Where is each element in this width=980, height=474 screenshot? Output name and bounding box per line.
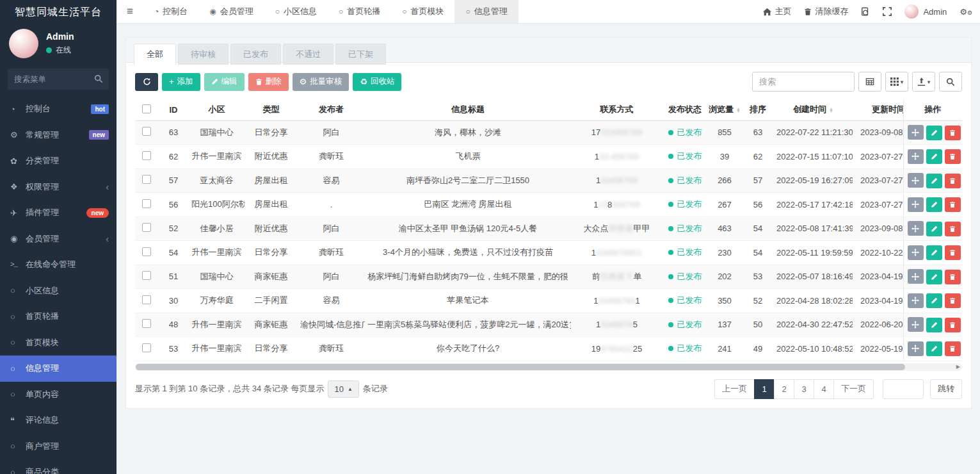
sidebar-item[interactable]: ❖权限管理‹ bbox=[0, 174, 116, 200]
edit-row-button[interactable] bbox=[926, 341, 942, 356]
filter-tab[interactable]: 已发布 bbox=[230, 44, 281, 65]
row-checkbox[interactable] bbox=[142, 151, 151, 160]
title-cell: 3-4个月的小猫咪，免费送，只不过没有打疫苗 bbox=[365, 241, 571, 265]
delete-row-button[interactable] bbox=[945, 222, 961, 236]
scrollbar-arrow-icon[interactable]: ▶ bbox=[956, 364, 960, 370]
recycle-bin-button[interactable]: ♻回收站 bbox=[353, 73, 401, 91]
topbar-tab[interactable]: ○首页模块 bbox=[391, 0, 454, 23]
profile-menu[interactable]: Admin bbox=[904, 4, 947, 19]
advanced-search-button[interactable] bbox=[939, 72, 962, 92]
topbar-tab[interactable]: ○信息管理 bbox=[454, 0, 518, 23]
edit-row-button[interactable] bbox=[926, 197, 942, 212]
sidebar-item[interactable]: ✿分类管理 bbox=[0, 148, 116, 174]
column-header[interactable]: 浏览量▲▼ bbox=[707, 99, 742, 120]
page-size-dropdown[interactable]: 10 ▲ bbox=[328, 380, 358, 398]
topbar-tab[interactable]: ◔控制台 bbox=[143, 0, 198, 23]
edit-row-button[interactable] bbox=[926, 245, 942, 260]
move-button[interactable] bbox=[908, 245, 924, 260]
delete-row-button[interactable] bbox=[945, 341, 961, 356]
scrollbar-thumb[interactable] bbox=[136, 364, 905, 370]
prev-page-button[interactable]: 上一页 bbox=[714, 379, 755, 399]
sidebar-toggle-icon[interactable]: ≡ bbox=[116, 0, 143, 23]
move-button[interactable] bbox=[908, 317, 924, 332]
sidebar-item[interactable]: ❝评论信息 bbox=[0, 407, 116, 434]
delete-row-button[interactable] bbox=[945, 149, 961, 164]
clear-cache-link[interactable]: 清除缓存 bbox=[804, 6, 848, 17]
filter-tab[interactable]: 已下架 bbox=[335, 44, 386, 65]
row-checkbox[interactable] bbox=[142, 319, 151, 328]
sidebar-item[interactable]: ○商户管理 bbox=[0, 434, 116, 460]
row-checkbox[interactable] bbox=[142, 295, 151, 304]
topbar-tab[interactable]: ○小区信息 bbox=[264, 0, 328, 23]
avatar[interactable] bbox=[9, 29, 38, 58]
columns-dropdown-button[interactable]: ▾ bbox=[885, 72, 908, 92]
row-checkbox[interactable] bbox=[142, 199, 151, 208]
page-button[interactable]: 4 bbox=[814, 379, 834, 399]
settings-gears-icon[interactable]: ⚙⚙ bbox=[960, 7, 972, 17]
sidebar-item[interactable]: ◉会员管理‹ bbox=[0, 226, 116, 252]
edit-row-button[interactable] bbox=[926, 149, 942, 164]
topbar-tab[interactable]: ◉会员管理 bbox=[198, 0, 264, 23]
move-button[interactable] bbox=[908, 173, 924, 188]
move-button[interactable] bbox=[908, 197, 924, 212]
edit-row-button[interactable] bbox=[926, 270, 942, 284]
refresh-button[interactable] bbox=[135, 73, 158, 91]
page-button[interactable]: 3 bbox=[794, 379, 814, 399]
move-button[interactable] bbox=[908, 341, 924, 356]
sidebar-item[interactable]: ○信息管理 bbox=[0, 356, 116, 382]
jump-button[interactable]: 跳转 bbox=[930, 379, 962, 399]
page-button[interactable]: 1 bbox=[754, 379, 775, 399]
edit-button[interactable]: 编辑 bbox=[204, 73, 245, 91]
sidebar-item[interactable]: >_在线命令管理 bbox=[0, 252, 116, 278]
toggle-view-button[interactable] bbox=[858, 72, 881, 92]
column-header[interactable]: 创建时间▲▼ bbox=[774, 99, 853, 120]
sidebar-item[interactable]: ○商品分类 bbox=[0, 459, 116, 474]
row-checkbox[interactable] bbox=[142, 175, 151, 184]
row-checkbox[interactable] bbox=[142, 127, 151, 136]
edit-row-button[interactable] bbox=[926, 318, 942, 332]
delete-button[interactable]: 删除 bbox=[248, 73, 289, 91]
delete-row-button[interactable] bbox=[945, 174, 961, 188]
sidebar-item[interactable]: ○小区信息 bbox=[0, 278, 116, 304]
filter-tab[interactable]: 不通过 bbox=[283, 44, 333, 65]
delete-row-button[interactable] bbox=[945, 126, 961, 140]
next-page-button[interactable]: 下一页 bbox=[833, 379, 874, 399]
jump-page-input[interactable] bbox=[883, 379, 924, 399]
row-checkbox[interactable] bbox=[142, 223, 151, 232]
home-link[interactable]: 主页 bbox=[763, 6, 791, 17]
delete-row-button[interactable] bbox=[945, 245, 961, 260]
refresh-page-icon[interactable] bbox=[861, 7, 870, 16]
filter-tab[interactable]: 全部 bbox=[134, 44, 176, 65]
fullscreen-icon[interactable] bbox=[883, 7, 892, 16]
move-button[interactable] bbox=[908, 149, 924, 164]
page-button[interactable]: 2 bbox=[774, 379, 794, 399]
move-button[interactable] bbox=[908, 269, 924, 284]
sidebar-item[interactable]: ○首页模块 bbox=[0, 330, 116, 356]
sidebar-item[interactable]: ○首页轮播 bbox=[0, 304, 116, 330]
delete-row-button[interactable] bbox=[945, 318, 961, 332]
export-dropdown-button[interactable]: ▾ bbox=[912, 72, 935, 92]
move-button[interactable] bbox=[908, 293, 924, 308]
sidebar-item[interactable]: ◔控制台hot bbox=[0, 96, 116, 122]
delete-row-button[interactable] bbox=[945, 293, 961, 308]
select-all-checkbox[interactable] bbox=[142, 104, 151, 113]
sidebar-item[interactable]: ⚙常规管理new bbox=[0, 122, 116, 149]
delete-row-button[interactable] bbox=[945, 197, 961, 212]
edit-row-button[interactable] bbox=[926, 174, 942, 188]
row-checkbox[interactable] bbox=[142, 271, 151, 280]
sidebar-item[interactable]: ○单页内容 bbox=[0, 382, 116, 408]
row-checkbox[interactable] bbox=[142, 247, 151, 256]
topbar-tab[interactable]: ○首页轮播 bbox=[328, 0, 391, 23]
sidebar-item[interactable]: ✈插件管理new bbox=[0, 200, 116, 226]
move-button[interactable] bbox=[908, 221, 924, 236]
row-checkbox[interactable] bbox=[142, 343, 151, 352]
edit-row-button[interactable] bbox=[926, 126, 942, 140]
filter-tab[interactable]: 待审核 bbox=[178, 44, 229, 65]
edit-row-button[interactable] bbox=[926, 222, 942, 236]
add-button[interactable]: +添加 bbox=[162, 73, 200, 91]
delete-row-button[interactable] bbox=[945, 270, 961, 284]
table-search-input[interactable] bbox=[752, 72, 855, 92]
batch-audit-button[interactable]: ⚙批量审核 bbox=[293, 73, 349, 91]
move-button[interactable] bbox=[908, 125, 924, 140]
edit-row-button[interactable] bbox=[926, 293, 942, 308]
